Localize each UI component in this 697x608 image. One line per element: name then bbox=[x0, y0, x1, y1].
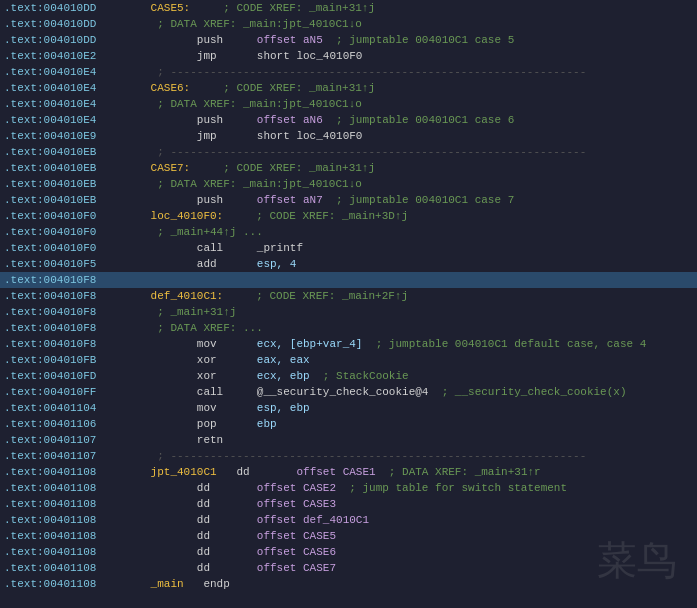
table-row[interactable]: .text:00401108 dd offset CASE2 ; jump ta… bbox=[0, 480, 697, 496]
table-row[interactable]: .text:004010E2 jmp short loc_4010F0 bbox=[0, 48, 697, 64]
indent bbox=[144, 192, 197, 208]
indent bbox=[144, 32, 197, 48]
table-row[interactable]: .text:00401108 _main endp bbox=[0, 576, 697, 592]
mnemonic: push bbox=[197, 192, 257, 208]
indent bbox=[144, 528, 197, 544]
indent bbox=[144, 544, 197, 560]
table-row[interactable]: .text:00401108 dd offset def_4010C1 bbox=[0, 512, 697, 528]
address: .text:004010F8 bbox=[4, 336, 144, 352]
spacer bbox=[190, 0, 210, 16]
label: CASE7: bbox=[144, 160, 190, 176]
mnemonic: push bbox=[197, 112, 257, 128]
table-row[interactable]: .text:00401106 pop ebp bbox=[0, 416, 697, 432]
mnemonic: xor bbox=[197, 368, 257, 384]
table-row[interactable]: .text:004010DD CASE5: ; CODE XREF: _main… bbox=[0, 0, 697, 16]
table-row[interactable]: .text:004010F8 mov ecx, [ebp+var_4] ; ju… bbox=[0, 336, 697, 352]
table-row[interactable]: .text:00401104 mov esp, ebp bbox=[0, 400, 697, 416]
table-row[interactable]: .text:004010F8 ; _main+31↑j bbox=[0, 304, 697, 320]
operand: offset CASE2 bbox=[257, 480, 336, 496]
mnemonic: endp bbox=[203, 576, 263, 592]
address: .text:00401108 bbox=[4, 560, 144, 576]
mnemonic: retn bbox=[197, 432, 257, 448]
address: .text:00401107 bbox=[4, 448, 144, 464]
label: CASE5: bbox=[144, 0, 190, 16]
address: .text:004010EB bbox=[4, 144, 144, 160]
indent bbox=[144, 384, 197, 400]
operand: @__security_check_cookie@4 bbox=[257, 384, 429, 400]
address: .text:004010FF bbox=[4, 384, 144, 400]
address: .text:004010F8 bbox=[4, 304, 144, 320]
operand: ebp bbox=[257, 416, 277, 432]
operand: offset CASE6 bbox=[257, 544, 336, 560]
operand: eax, eax bbox=[257, 352, 310, 368]
comment: ; DATA XREF: _main+31↑r bbox=[376, 464, 541, 480]
address: .text:00401108 bbox=[4, 496, 144, 512]
spacer bbox=[184, 576, 204, 592]
table-row[interactable]: .text:004010F0 ; _main+44↑j ... bbox=[0, 224, 697, 240]
table-row[interactable]: .text:004010EB push offset aN7 ; jumptab… bbox=[0, 192, 697, 208]
comment: ; jumptable 004010C1 case 6 bbox=[323, 112, 514, 128]
table-row[interactable]: .text:00401108 dd offset CASE3 bbox=[0, 496, 697, 512]
table-row[interactable]: .text:004010EB CASE7: ; CODE XREF: _main… bbox=[0, 160, 697, 176]
indent bbox=[144, 560, 197, 576]
indent bbox=[144, 112, 197, 128]
table-row[interactable]: .text:004010F8 def_4010C1: ; CODE XREF: … bbox=[0, 288, 697, 304]
table-row[interactable]: .text:004010EB ; DATA XREF: _main:jpt_40… bbox=[0, 176, 697, 192]
operand: esp, ebp bbox=[257, 400, 310, 416]
address: .text:004010F8 bbox=[4, 320, 144, 336]
address: .text:00401104 bbox=[4, 400, 144, 416]
address: .text:00401108 bbox=[4, 528, 144, 544]
mnemonic: dd bbox=[197, 512, 257, 528]
operand: ecx, ebp bbox=[257, 368, 310, 384]
table-row[interactable]: .text:00401108 dd offset CASE6 bbox=[0, 544, 697, 560]
mnemonic: mov bbox=[197, 400, 257, 416]
table-row[interactable]: .text:004010F5 add esp, 4 bbox=[0, 256, 697, 272]
operand: _printf bbox=[257, 240, 303, 256]
table-row[interactable]: .text:004010FD xor ecx, ebp ; StackCooki… bbox=[0, 368, 697, 384]
address: .text:004010DD bbox=[4, 32, 144, 48]
mnemonic: dd bbox=[197, 480, 257, 496]
address: .text:00401108 bbox=[4, 512, 144, 528]
table-row[interactable]: .text:004010F8 ; DATA XREF: ... bbox=[0, 320, 697, 336]
table-row[interactable]: .text:004010E4 CASE6: ; CODE XREF: _main… bbox=[0, 80, 697, 96]
label: jpt_4010C1 bbox=[144, 464, 217, 480]
comment: ; DATA XREF: _main:jpt_4010C1↓o bbox=[144, 16, 362, 32]
table-row[interactable]: .text:004010FF call @__security_check_co… bbox=[0, 384, 697, 400]
operand: offset aN7 bbox=[257, 192, 323, 208]
operand: esp, 4 bbox=[257, 256, 297, 272]
table-row[interactable]: .text:004010F8 bbox=[0, 272, 697, 288]
table-row[interactable]: .text:004010E4 ; -----------------------… bbox=[0, 64, 697, 80]
comment: ; CODE XREF: _main+31↑j bbox=[210, 160, 375, 176]
table-row[interactable]: .text:004010E4 ; DATA XREF: _main:jpt_40… bbox=[0, 96, 697, 112]
table-row[interactable]: .text:00401108 dd offset CASE7 bbox=[0, 560, 697, 576]
mnemonic: jmp bbox=[197, 48, 257, 64]
mnemonic: xor bbox=[197, 352, 257, 368]
table-row[interactable]: .text:004010E9 jmp short loc_4010F0 bbox=[0, 128, 697, 144]
table-row[interactable]: .text:004010FB xor eax, eax bbox=[0, 352, 697, 368]
table-row[interactable]: .text:00401107 retn bbox=[0, 432, 697, 448]
indent bbox=[144, 128, 197, 144]
table-row[interactable]: .text:004010F0 loc_4010F0: ; CODE XREF: … bbox=[0, 208, 697, 224]
indent bbox=[144, 352, 197, 368]
indent bbox=[144, 336, 197, 352]
table-row[interactable]: .text:004010EB ; -----------------------… bbox=[0, 144, 697, 160]
table-row[interactable]: .text:004010DD ; DATA XREF: _main:jpt_40… bbox=[0, 16, 697, 32]
comment: ; --------------------------------------… bbox=[144, 144, 586, 160]
label: CASE6: bbox=[144, 80, 190, 96]
table-row[interactable]: .text:00401108 dd offset CASE5 bbox=[0, 528, 697, 544]
indent bbox=[144, 368, 197, 384]
table-row[interactable]: .text:00401107 ; -----------------------… bbox=[0, 448, 697, 464]
comment: ; __security_check_cookie(x) bbox=[428, 384, 626, 400]
address: .text:004010EB bbox=[4, 176, 144, 192]
comment: ; CODE XREF: _main+31↑j bbox=[210, 80, 375, 96]
table-row[interactable]: .text:004010E4 push offset aN6 ; jumptab… bbox=[0, 112, 697, 128]
label: _main bbox=[144, 576, 184, 592]
address: .text:00401108 bbox=[4, 576, 144, 592]
table-row[interactable]: .text:004010F0 call _printf bbox=[0, 240, 697, 256]
comment: ; _main+31↑j bbox=[144, 304, 236, 320]
address: .text:00401108 bbox=[4, 544, 144, 560]
table-row[interactable]: .text:00401108 jpt_4010C1 dd offset CASE… bbox=[0, 464, 697, 480]
operand: offset CASE1 bbox=[296, 464, 375, 480]
table-row[interactable]: .text:004010DD push offset aN5 ; jumptab… bbox=[0, 32, 697, 48]
indent bbox=[144, 512, 197, 528]
